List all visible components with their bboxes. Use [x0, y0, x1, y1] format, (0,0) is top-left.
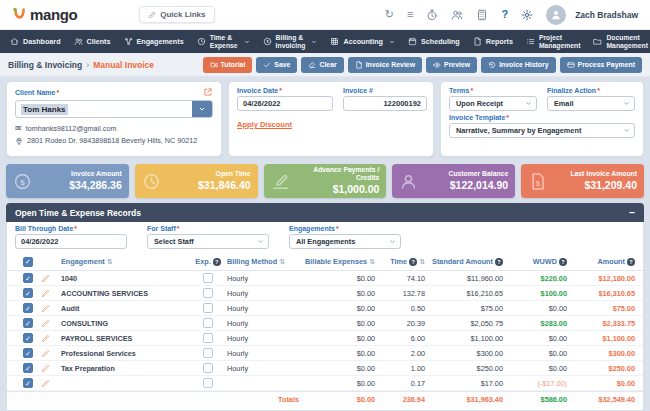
nav-item-dashboard[interactable]: Dashboard — [10, 37, 61, 46]
nav-item-reports[interactable]: Reports — [473, 37, 513, 46]
summary-value: $31,209.40 — [570, 179, 637, 192]
exp-checkbox[interactable] — [203, 318, 213, 328]
timer-icon[interactable] — [426, 9, 438, 21]
edit-row-icon[interactable] — [41, 334, 50, 343]
table-row: ✓CONSULTINGHourly$0.0020.39$2,050.75$283… — [7, 316, 643, 331]
help-icon[interactable]: ? — [501, 9, 508, 20]
breadcrumb-section[interactable]: Billing & Invoicing — [8, 60, 82, 70]
row-checkbox[interactable]: ✓ — [23, 303, 33, 313]
row-checkbox[interactable]: ✓ — [23, 318, 33, 328]
client-address: 2801 Rodeo Dr. 9843898618 Beverly Hills,… — [27, 136, 197, 145]
client-select-chevron-button[interactable] — [192, 101, 212, 117]
process-payment-button[interactable]: Process Payment — [560, 57, 642, 73]
save-button[interactable]: Save — [256, 57, 297, 73]
row-checkbox[interactable]: ✓ — [23, 333, 33, 343]
exp-checkbox[interactable] — [203, 303, 213, 313]
select-all-checkbox[interactable]: ✓ — [23, 257, 33, 267]
nav-item-clients[interactable]: Clients — [74, 37, 111, 46]
invoice-date-input[interactable] — [237, 96, 333, 111]
chevron-down-icon — [623, 127, 630, 134]
summary-card-advance-payments-credits: Advance Payments / Credits$1,000.00 — [264, 164, 387, 198]
nav-item-engagements[interactable]: Engagements — [124, 37, 184, 46]
sort-icon[interactable]: ⇅ — [279, 258, 285, 266]
settings-gears-icon[interactable] — [521, 9, 533, 21]
column-header-amount[interactable]: Amount? — [567, 257, 635, 266]
row-checkbox[interactable]: ✓ — [23, 378, 33, 388]
column-header-exp[interactable]: Exp.? — [189, 257, 227, 266]
apply-discount-link[interactable]: Apply Discount — [237, 120, 292, 129]
column-header-engagement[interactable]: Engagement⇅ — [61, 257, 189, 266]
time-cell: 1.00 — [375, 364, 425, 373]
amount-cell: $75.00 — [567, 304, 635, 313]
edit-row-icon[interactable] — [41, 289, 50, 298]
edit-row-icon[interactable] — [41, 319, 50, 328]
exp-checkbox[interactable] — [203, 288, 213, 298]
row-checkbox[interactable]: ✓ — [23, 273, 33, 283]
tutorial-button[interactable]: Tutorial — [203, 57, 253, 73]
avatar[interactable] — [546, 5, 566, 25]
billable-expenses-cell: $0.00 — [299, 289, 375, 298]
column-header-standard-amount[interactable]: Standard Amount? — [425, 257, 503, 266]
menu-icon[interactable]: ≡ — [407, 9, 413, 20]
engagements-select[interactable]: All Engagements — [289, 234, 401, 249]
chevron-down-icon — [311, 39, 317, 45]
nav-item-scheduling[interactable]: Scheduling — [408, 37, 460, 46]
preview-button[interactable]: Preview — [426, 57, 477, 73]
table-row: ✓$0.000.17$17.00(-$17.00)$0.00 — [7, 376, 643, 391]
column-header-wuwd[interactable]: WUWD? — [503, 257, 567, 266]
column-header-billable-expenses[interactable]: Billable Expenses⇅ — [299, 257, 375, 266]
invoice-review-button[interactable]: Invoice Review — [348, 57, 422, 73]
edit-row-icon[interactable] — [41, 304, 50, 313]
edit-row-icon[interactable] — [41, 379, 50, 388]
calculator-icon[interactable] — [476, 9, 488, 21]
row-checkbox[interactable]: ✓ — [23, 363, 33, 373]
exp-checkbox[interactable] — [203, 273, 213, 283]
chevron-down-icon — [198, 105, 206, 113]
terms-select[interactable]: Upon Receipt — [449, 96, 537, 111]
collapse-icon[interactable]: − — [629, 208, 635, 218]
app-logo[interactable]: mango — [12, 6, 77, 23]
edit-client-icon[interactable] — [203, 87, 213, 97]
for-staff-select[interactable]: Select Staff — [147, 234, 269, 249]
client-select[interactable]: Tom Hanks — [15, 100, 213, 118]
row-checkbox[interactable]: ✓ — [23, 288, 33, 298]
clients-icon[interactable] — [451, 9, 463, 21]
info-icon[interactable]: ? — [213, 258, 221, 266]
nav-item-accounting[interactable]: Accounting — [330, 37, 395, 46]
exp-checkbox[interactable] — [203, 348, 213, 358]
info-icon[interactable]: ? — [495, 258, 503, 266]
clear-button[interactable]: Clear — [301, 57, 343, 73]
invoice-detail-card: Invoice Date* Invoice # Apply Discount — [228, 81, 434, 157]
info-icon[interactable]: ? — [559, 258, 567, 266]
bill-through-date-input[interactable] — [15, 234, 127, 249]
nav-item-project-management[interactable]: Project Management — [526, 34, 581, 48]
dollar-icon — [13, 172, 32, 191]
invoice-template-select[interactable]: Narrative, Summary by Engagement — [449, 123, 635, 138]
finalize-action-select[interactable]: Email — [547, 96, 635, 111]
sync-icon[interactable]: ↻ — [385, 9, 394, 20]
exp-checkbox[interactable] — [203, 333, 213, 343]
filters-row: Bill Through Date* For Staff* Select Sta… — [7, 222, 643, 253]
quick-links-button[interactable]: Quick Links — [139, 6, 214, 23]
edit-row-icon[interactable] — [41, 364, 50, 373]
exp-checkbox[interactable] — [203, 378, 213, 388]
time-cell: 0.50 — [375, 304, 425, 313]
column-header-time[interactable]: Time?⇅ — [375, 257, 425, 266]
info-icon[interactable]: ? — [409, 258, 417, 266]
nav-item-time-expense[interactable]: Time & Expense — [197, 34, 250, 48]
exp-checkbox[interactable] — [203, 363, 213, 373]
edit-row-icon[interactable] — [41, 274, 50, 283]
row-checkbox[interactable]: ✓ — [23, 348, 33, 358]
sort-icon[interactable]: ⇅ — [107, 258, 113, 266]
invoice-history-button[interactable]: Invoice History — [481, 57, 555, 73]
nav-item-document-management[interactable]: Document Management — [593, 34, 648, 48]
pin-icon — [15, 137, 23, 145]
info-icon[interactable]: ? — [627, 258, 635, 266]
nav-label: Scheduling — [421, 37, 460, 46]
user-name[interactable]: Zach Bradshaw — [575, 10, 638, 20]
edit-row-icon[interactable] — [41, 349, 50, 358]
wuwd-cell: $0.00 — [503, 334, 567, 343]
invoice-number-input[interactable] — [343, 96, 427, 111]
nav-item-billing-invoicing[interactable]: Billing & Invoicing — [263, 34, 318, 48]
column-header-billing-method[interactable]: Billing Method⇅ — [227, 257, 299, 266]
